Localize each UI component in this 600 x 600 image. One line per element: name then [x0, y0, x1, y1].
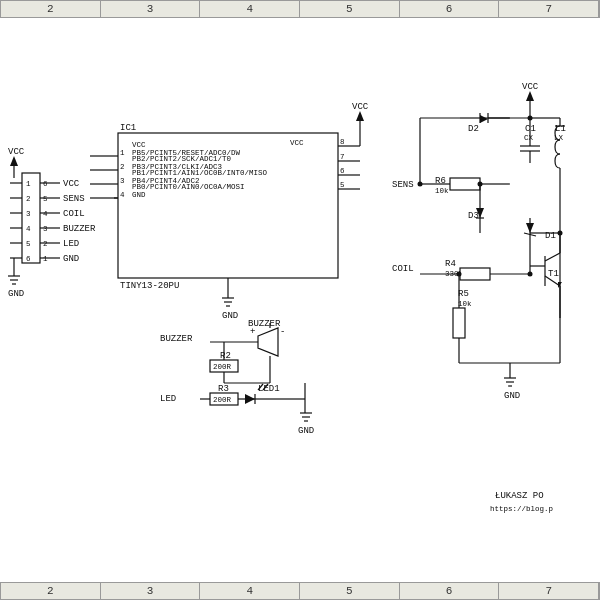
svg-point-114 — [558, 231, 563, 236]
svg-text:3: 3 — [43, 225, 48, 233]
conn-pin2: 2 — [26, 195, 31, 203]
svg-rect-120 — [453, 308, 465, 338]
vcc-conn: VCC — [8, 147, 25, 157]
ruler-top-7: 7 — [499, 1, 599, 17]
ruler-top-3: 3 — [101, 1, 201, 17]
gnd-conn: GND — [8, 289, 24, 299]
svg-marker-62 — [245, 394, 255, 404]
conn-pin6: 6 — [26, 255, 31, 263]
svg-point-127 — [418, 182, 423, 187]
svg-line-105 — [545, 253, 560, 261]
svg-marker-29 — [356, 111, 364, 121]
pin-buzzer-label: BUZZER — [63, 224, 96, 234]
t1-label: T1 — [548, 269, 559, 279]
gnd-right: GND — [504, 391, 520, 401]
svg-rect-90 — [450, 178, 480, 190]
r4-label: R4 — [445, 259, 456, 269]
ic-gnd: GND — [132, 191, 146, 199]
vcc-right: VCC — [522, 82, 539, 92]
conn-pin3: 3 — [26, 210, 31, 218]
conn-pin1: 1 — [26, 180, 31, 188]
pin-coil-label: COIL — [63, 209, 85, 219]
conn-pin5: 5 — [26, 240, 31, 248]
svg-point-98 — [478, 182, 483, 187]
svg-rect-115 — [460, 268, 490, 280]
svg-text:4: 4 — [120, 191, 125, 199]
gnd-buzzer-led: GND — [298, 426, 314, 436]
r3-value: 200R — [213, 396, 232, 404]
ruler-bottom-6: 6 — [400, 583, 500, 599]
svg-text:6: 6 — [43, 180, 48, 188]
ruler-top-6: 6 — [400, 1, 500, 17]
r2-value: 200R — [213, 363, 232, 371]
ruler-bottom-5: 5 — [300, 583, 400, 599]
svg-marker-85 — [480, 115, 488, 123]
svg-text:2: 2 — [43, 240, 48, 248]
ruler-bottom-4: 4 — [200, 583, 300, 599]
pin-gnd-label: GND — [63, 254, 79, 264]
c1-value: CX — [524, 134, 534, 142]
ic-vcc: VCC — [290, 139, 304, 147]
ruler-top-2: 2 — [1, 1, 101, 17]
svg-text:8: 8 — [340, 138, 345, 146]
svg-marker-100 — [526, 223, 534, 233]
author-name: ŁUKASZ PO — [495, 491, 544, 501]
svg-text:-: - — [280, 327, 285, 337]
r6-value: 10k — [435, 187, 449, 195]
coil-right: COIL — [392, 264, 414, 274]
ic1-part: TINY13-20PU — [120, 281, 179, 291]
pin-led-label: LED — [63, 239, 79, 249]
svg-text:7: 7 — [340, 153, 345, 161]
gnd-ic: GND — [222, 311, 238, 321]
svg-text:4: 4 — [43, 210, 48, 218]
schematic-area: 1 2 3 4 5 6 VCC GND VCC SENS COIL BUZZER… — [0, 18, 600, 582]
svg-marker-48 — [258, 328, 278, 356]
pin-vcc-label: VCC — [63, 179, 80, 189]
author-url: https://blog.p — [490, 505, 553, 513]
svg-point-119 — [528, 272, 533, 277]
ic1-label: IC1 — [120, 123, 136, 133]
svg-text:1: 1 — [120, 149, 125, 157]
ruler-top-4: 4 — [200, 1, 300, 17]
d2-label: D2 — [468, 124, 479, 134]
buzzer-conn-label: BUZZER — [160, 334, 193, 344]
ruler-bottom-3: 3 — [101, 583, 201, 599]
vcc-ic: VCC — [352, 102, 369, 112]
svg-rect-0 — [22, 173, 40, 263]
ruler-top-5: 5 — [300, 1, 400, 17]
svg-marker-73 — [526, 91, 534, 101]
ruler-bottom: 2 3 4 5 6 7 — [0, 582, 600, 600]
ruler-top: 2 3 4 5 6 7 — [0, 0, 600, 18]
ic-pin8-vcc: VCC — [132, 141, 146, 149]
ruler-bottom-7: 7 — [499, 583, 599, 599]
conn-pin4: 4 — [26, 225, 31, 233]
svg-text:5: 5 — [43, 195, 48, 203]
svg-text:3: 3 — [120, 177, 125, 185]
svg-text:5: 5 — [340, 181, 345, 189]
svg-text:6: 6 — [340, 167, 345, 175]
r5-label: R5 — [458, 289, 469, 299]
ruler-bottom-2: 2 — [1, 583, 101, 599]
svg-text:2: 2 — [120, 163, 125, 171]
svg-text:+: + — [250, 327, 255, 337]
r5-value: 10k — [458, 300, 472, 308]
ic-pb0: PB0/PCINT0/AIN0/OC0A/MOSI — [132, 183, 245, 191]
ic-pb2: PB2/PCINT2/SCK/ADC1/T0 — [132, 155, 232, 163]
led-conn-label: LED — [160, 394, 176, 404]
pin-sens-label: SENS — [63, 194, 85, 204]
svg-point-124 — [457, 272, 462, 277]
sens-right: SENS — [392, 180, 414, 190]
svg-marker-14 — [10, 156, 18, 166]
d3-label: D3 — [468, 211, 479, 221]
svg-text:1: 1 — [43, 255, 48, 263]
ic-pb1: PB1/PCINT1/AIN1/OC0B/INT0/MISO — [132, 169, 268, 177]
